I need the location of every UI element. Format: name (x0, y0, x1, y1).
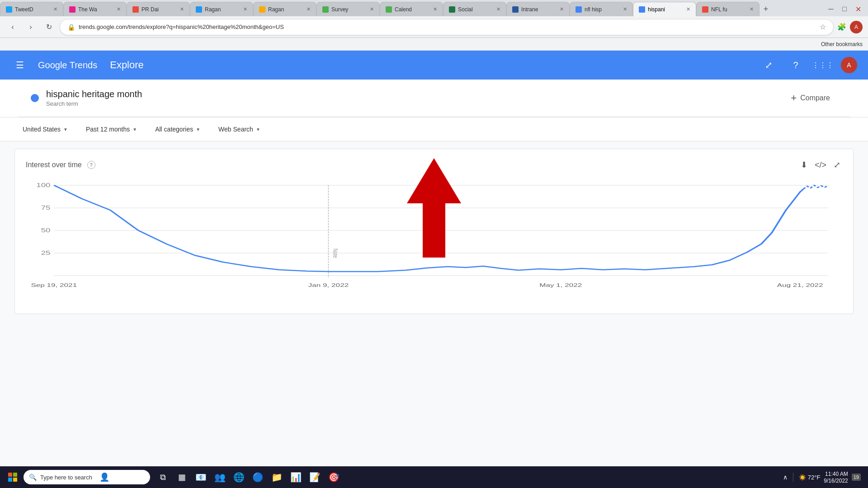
logo-text: Google Trends (38, 60, 97, 70)
taskbar-word[interactable]: 📝 (306, 468, 324, 486)
explore-title: Explore (110, 59, 144, 71)
search-term-name: hispanic heritage month (46, 89, 783, 99)
search-type-filter[interactable]: Web Search ▼ (214, 123, 265, 136)
chart-header: Interest over time ? ⬇ </> ⤢ (15, 149, 853, 176)
window-controls: ─ □ ✕ (825, 3, 868, 15)
start-button[interactable] (4, 468, 22, 486)
tab-close-prdai[interactable]: ✕ (180, 6, 184, 12)
tab-thewa[interactable]: The Wa ✕ (63, 2, 127, 16)
tab-favicon-tweetdeck (6, 6, 12, 13)
tab-title-ragan1: Ragan (205, 6, 241, 13)
bookmarks-bar: Other bookmarks (0, 38, 868, 51)
tab-close-calend[interactable]: ✕ (433, 6, 437, 12)
forward-button[interactable]: › (24, 20, 38, 34)
tab-ragan2[interactable]: Ragan ✕ (253, 2, 316, 16)
taskbar-app2[interactable]: 🎯 (325, 468, 343, 486)
bottom-space (0, 321, 868, 348)
url-bar[interactable]: 🔒 trends.google.com/trends/explore?q=his… (60, 19, 834, 35)
tab-close-tweetdeck[interactable]: ✕ (53, 6, 57, 12)
chart-help-icon[interactable]: ? (87, 161, 95, 169)
tab-survey[interactable]: Survey ✕ (316, 2, 380, 16)
grid-icon-header[interactable]: ⋮⋮⋮ (814, 56, 832, 74)
tab-favicon-hispani (639, 6, 645, 13)
star-icon[interactable]: ☆ (820, 23, 826, 31)
tab-close-nflfu[interactable]: ✕ (750, 6, 754, 12)
taskbar-time: 11:40 AM (825, 471, 848, 477)
taskbar-edge[interactable]: 🌐 (230, 468, 248, 486)
taskbar-chrome[interactable]: 🔵 (249, 468, 267, 486)
taskbar-widgets[interactable]: ▦ (173, 468, 191, 486)
close-button[interactable]: ✕ (852, 3, 864, 15)
taskbar-outlook[interactable]: 📧 (192, 468, 210, 486)
tab-prdai[interactable]: PR Dai ✕ (127, 2, 190, 16)
maximize-button[interactable]: □ (838, 3, 851, 15)
tab-close-survey[interactable]: ✕ (370, 6, 374, 12)
chart-share-button[interactable]: ⤢ (832, 158, 842, 172)
reload-button[interactable]: ↻ (42, 20, 56, 34)
taskbar-app-icons: ⧉ ▦ 📧 👥 🌐 🔵 📁 📊 📝 🎯 (154, 468, 343, 486)
tab-close-intranet[interactable]: ✕ (560, 6, 564, 12)
url-text: trends.google.com/trends/explore?q=hispa… (79, 23, 816, 30)
tab-title-survey: Survey (331, 6, 367, 13)
region-filter[interactable]: United States ▼ (18, 123, 72, 136)
tab-title-ragan2: Ragan (268, 6, 304, 13)
period-filter[interactable]: Past 12 months ▼ (81, 123, 142, 136)
svg-text:100: 100 (36, 183, 50, 188)
notification-count[interactable]: 19 (852, 474, 861, 481)
tab-calend[interactable]: Calend ✕ (380, 2, 443, 16)
chart-embed-button[interactable]: </> (813, 158, 828, 172)
weather-badge[interactable]: ☀️ 72°F (799, 474, 821, 481)
back-button[interactable]: ‹ (5, 20, 20, 34)
other-bookmarks-label[interactable]: Other bookmarks (821, 41, 863, 47)
compare-button[interactable]: + Compare (783, 89, 837, 108)
compare-label: Compare (800, 94, 830, 102)
tab-close-thewa[interactable]: ✕ (117, 6, 121, 12)
tab-favicon-ragan2 (259, 6, 265, 13)
tab-close-nflhisp[interactable]: ✕ (623, 6, 627, 12)
tab-close-ragan2[interactable]: ✕ (307, 6, 311, 12)
tab-close-ragan1[interactable]: ✕ (243, 6, 247, 12)
chart-download-button[interactable]: ⬇ (799, 158, 809, 172)
menu-icon[interactable]: ☰ (11, 56, 29, 74)
taskbar-search-box[interactable]: 🔍 Type here to search 👤 (24, 470, 150, 484)
tab-tweetdeck[interactable]: TweetD ✕ (0, 2, 63, 16)
tab-title-thewa: The Wa (78, 6, 114, 13)
taskbar-teams[interactable]: 👥 (211, 468, 229, 486)
new-tab-button[interactable]: + (760, 3, 772, 15)
minimize-button[interactable]: ─ (825, 3, 837, 15)
tab-social[interactable]: Social ✕ (443, 2, 506, 16)
tab-ragan1[interactable]: Ragan ✕ (190, 2, 253, 16)
search-term-dot (31, 94, 39, 102)
svg-text:Jan 9, 2022: Jan 9, 2022 (308, 282, 349, 288)
taskbar-excel[interactable]: 📊 (287, 468, 305, 486)
taskbar-task-view[interactable]: ⧉ (154, 468, 172, 486)
tab-hispani[interactable]: hispani ✕ (633, 2, 696, 16)
tab-title-calend: Calend (395, 6, 430, 13)
tab-intranet[interactable]: Intrane ✕ (506, 2, 570, 16)
taskbar-explorer[interactable]: 📁 (268, 468, 286, 486)
taskbar-date: 9/16/2022 (824, 478, 848, 484)
compare-plus-icon: + (791, 92, 797, 104)
share-icon-header[interactable]: ⤢ (760, 56, 778, 74)
clock-area[interactable]: 11:40 AM 9/16/2022 (824, 471, 848, 484)
svg-text:Sep 19, 2021: Sep 19, 2021 (31, 282, 77, 288)
categories-filter[interactable]: All categories ▼ (151, 123, 205, 136)
chart-section: Interest over time ? ⬇ </> ⤢ (14, 149, 854, 314)
tab-close-social[interactable]: ✕ (496, 6, 500, 12)
google-trends-logo: Google Trends (38, 60, 97, 70)
tab-bar: TweetD ✕ The Wa ✕ PR Dai ✕ Ragan ✕ Ragan… (0, 0, 868, 16)
chart-area: 100 75 50 25 Note (15, 176, 853, 314)
tab-nflhisp[interactable]: nfl hisp ✕ (570, 2, 633, 16)
tab-close-hispani[interactable]: ✕ (686, 6, 690, 12)
tab-favicon-intranet (512, 6, 519, 13)
tab-nflfu[interactable]: NFL fu ✕ (696, 2, 760, 16)
svg-text:Note: Note (332, 249, 340, 258)
help-icon-header[interactable]: ? (787, 56, 805, 74)
tab-title-hispani: hispani (648, 6, 684, 13)
extensions-button[interactable]: 🧩 (837, 23, 846, 31)
user-avatar[interactable]: A (841, 57, 857, 73)
chevron-up-icon[interactable]: ∧ (783, 474, 788, 481)
tab-title-tweetdeck: TweetD (15, 6, 51, 13)
profile-avatar[interactable]: A (850, 21, 863, 33)
period-caret-icon: ▼ (132, 127, 137, 132)
